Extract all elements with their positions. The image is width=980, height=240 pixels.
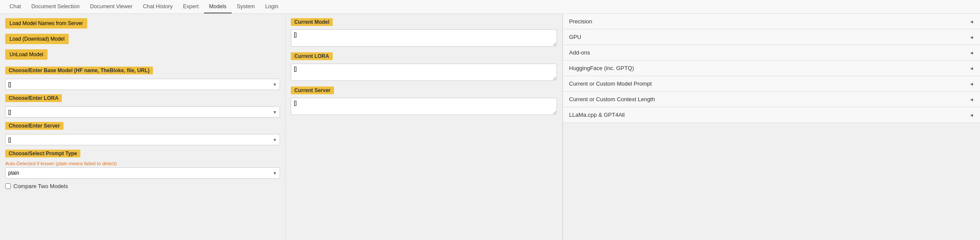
current-server-textarea[interactable]: [] (291, 98, 557, 115)
accordion-label-0: Precision (569, 18, 592, 25)
base-model-dropdown[interactable]: [] ▼ (5, 79, 280, 90)
accordion-row-0[interactable]: Precision◄ (563, 14, 980, 29)
accordion-label-4: Current or Custom Model Prompt (569, 80, 652, 87)
prompt-type-label: Choose/Select Prompt Type (5, 150, 80, 157)
current-lora-label: Current LORA (291, 52, 333, 60)
base-model-select[interactable]: [] (6, 79, 280, 90)
lora-dropdown[interactable]: [] ▼ (5, 106, 280, 118)
prompt-type-dropdown[interactable]: plain ▼ (5, 167, 280, 179)
unload-model-button[interactable]: UnLoad Model (5, 49, 48, 60)
accordion-label-1: GPU (569, 34, 581, 40)
load-model-names-button[interactable]: Load Model Names from Server (5, 18, 87, 29)
nav-tab-chat-history[interactable]: Chat History (138, 0, 178, 13)
accordion-arrow-1: ◄ (969, 35, 974, 40)
lora-label: Choose/Enter LORA (5, 94, 62, 102)
accordion-arrow-5: ◄ (969, 97, 974, 102)
nav-tab-chat[interactable]: Chat (4, 0, 26, 13)
base-model-label: Choose/Enter Base Model (HF name, TheBlo… (5, 67, 153, 74)
accordion-row-3[interactable]: HuggingFace (inc. GPTQ)◄ (563, 61, 980, 76)
server-select[interactable]: [] (6, 134, 280, 145)
nav-tab-system[interactable]: System (232, 0, 260, 13)
compare-checkbox[interactable] (5, 183, 11, 189)
right-panel: Precision◄GPU◄Add-ons◄HuggingFace (inc. … (563, 14, 980, 240)
accordion-row-2[interactable]: Add-ons◄ (563, 45, 980, 61)
accordion-arrow-2: ◄ (969, 50, 974, 55)
accordion-arrow-4: ◄ (969, 81, 974, 86)
accordion-label-2: Add-ons (569, 49, 590, 56)
server-dropdown[interactable]: [] ▼ (5, 134, 280, 145)
center-panel: Current Model [] Current LORA [] Current… (286, 14, 562, 240)
accordion-arrow-3: ◄ (969, 66, 974, 71)
current-server-label: Current Server (291, 86, 334, 94)
nav-tab-login[interactable]: Login (260, 0, 284, 13)
accordion-label-6: LLaMa.cpp & GPT4All (569, 112, 625, 118)
accordion-arrow-0: ◄ (969, 19, 974, 24)
accordion-row-6[interactable]: LLaMa.cpp & GPT4All◄ (563, 107, 980, 123)
accordion-label-5: Current or Custom Context Length (569, 96, 655, 102)
accordion-row-1[interactable]: GPU◄ (563, 29, 980, 45)
current-model-label: Current Model (291, 18, 333, 26)
accordion-label-3: HuggingFace (inc. GPTQ) (569, 65, 634, 71)
nav-tab-document-selection[interactable]: Document Selection (26, 0, 85, 13)
current-lora-textarea[interactable]: [] (291, 64, 557, 81)
server-label: Choose/Enter Server (5, 122, 64, 130)
left-panel: Load Model Names from Server Load (Downl… (0, 14, 285, 240)
load-download-model-button[interactable]: Load (Download) Model (5, 34, 69, 44)
compare-label: Compare Two Models (13, 183, 68, 189)
nav-tab-expert[interactable]: Expert (178, 0, 204, 13)
accordion-row-5[interactable]: Current or Custom Context Length◄ (563, 92, 980, 107)
nav-bar: ChatDocument SelectionDocument ViewerCha… (0, 0, 980, 14)
nav-tab-models[interactable]: Models (204, 0, 232, 13)
lora-select[interactable]: [] (6, 107, 280, 117)
main-layout: Load Model Names from Server Load (Downl… (0, 14, 980, 240)
prompt-type-hint: Auto-Detected if known (plain means fail… (5, 161, 280, 166)
nav-tab-document-viewer[interactable]: Document Viewer (85, 0, 137, 13)
prompt-type-select[interactable]: plain (6, 168, 280, 178)
compare-row: Compare Two Models (5, 183, 280, 189)
accordion-row-4[interactable]: Current or Custom Model Prompt◄ (563, 76, 980, 92)
current-model-textarea[interactable]: [] (291, 29, 557, 47)
accordion-arrow-6: ◄ (969, 112, 974, 118)
